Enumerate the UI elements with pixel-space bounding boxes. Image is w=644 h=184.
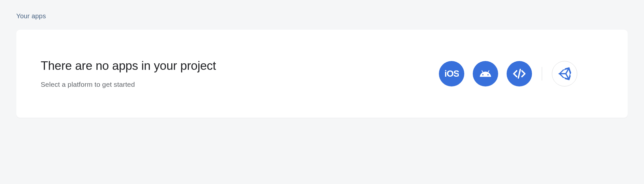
card-subtitle: Select a platform to get started xyxy=(41,81,439,88)
card-text-block: There are no apps in your project Select… xyxy=(41,59,439,88)
empty-apps-card: There are no apps in your project Select… xyxy=(16,30,628,118)
platform-divider xyxy=(542,67,542,81)
add-android-button[interactable] xyxy=(473,61,498,86)
add-unity-button[interactable] xyxy=(552,61,577,86)
platform-buttons-row: iOS xyxy=(439,61,578,86)
add-web-button[interactable] xyxy=(507,61,532,86)
android-icon xyxy=(479,68,492,80)
section-title: Your apps xyxy=(16,12,628,20)
web-icon xyxy=(512,67,526,81)
ios-icon: iOS xyxy=(444,68,459,79)
unity-icon xyxy=(558,67,571,80)
add-ios-button[interactable]: iOS xyxy=(439,61,464,86)
card-title: There are no apps in your project xyxy=(41,59,439,73)
svg-line-1 xyxy=(518,69,520,78)
your-apps-section: Your apps There are no apps in your proj… xyxy=(0,0,644,128)
svg-text:iOS: iOS xyxy=(444,69,459,79)
